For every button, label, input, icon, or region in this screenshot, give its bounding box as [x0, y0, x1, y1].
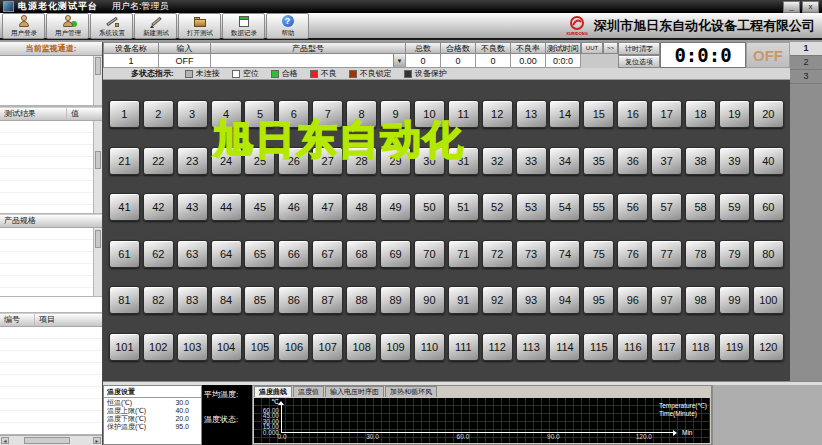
channel-button-59[interactable]: 59 [719, 193, 750, 221]
channel-button-23[interactable]: 23 [177, 147, 208, 175]
channel-button-13[interactable]: 13 [516, 100, 547, 128]
channel-button-58[interactable]: 58 [685, 193, 716, 221]
channel-button-94[interactable]: 94 [549, 286, 580, 314]
channel-button-31[interactable]: 31 [448, 147, 479, 175]
chevron-down-icon[interactable]: ▼ [393, 54, 405, 67]
channel-button-10[interactable]: 10 [414, 100, 445, 128]
channel-button-64[interactable]: 64 [211, 240, 242, 268]
channel-button-91[interactable]: 91 [448, 286, 479, 314]
channel-button-81[interactable]: 81 [109, 286, 140, 314]
horizontal-scrollbar[interactable]: ◄ ► [0, 435, 102, 445]
channel-button-4[interactable]: 4 [211, 100, 242, 128]
channel-button-86[interactable]: 86 [278, 286, 309, 314]
scroll-right-icon[interactable]: ► [93, 437, 101, 444]
channel-button-43[interactable]: 43 [177, 193, 208, 221]
channel-button-74[interactable]: 74 [549, 240, 580, 268]
channel-button-9[interactable]: 9 [380, 100, 411, 128]
device-tab-1[interactable]: 1 [790, 42, 822, 56]
channel-button-102[interactable]: 102 [143, 333, 174, 361]
channel-button-89[interactable]: 89 [380, 286, 411, 314]
channel-button-98[interactable]: 98 [685, 286, 716, 314]
channel-button-54[interactable]: 54 [549, 193, 580, 221]
channel-button-73[interactable]: 73 [516, 240, 547, 268]
channel-button-3[interactable]: 3 [177, 100, 208, 128]
channel-button-72[interactable]: 72 [482, 240, 513, 268]
channel-button-22[interactable]: 22 [143, 147, 174, 175]
scroll-left-icon[interactable]: ◄ [1, 437, 9, 444]
toolbar-button-folder[interactable]: 打开测试 [178, 13, 221, 39]
channel-button-119[interactable]: 119 [719, 333, 750, 361]
channel-button-93[interactable]: 93 [516, 286, 547, 314]
channel-button-108[interactable]: 108 [346, 333, 377, 361]
scrollbar-thumb[interactable] [95, 230, 101, 248]
channel-button-57[interactable]: 57 [651, 193, 682, 221]
channel-button-95[interactable]: 95 [583, 286, 614, 314]
channel-button-96[interactable]: 96 [617, 286, 648, 314]
channel-button-49[interactable]: 49 [380, 193, 411, 221]
scrollbar[interactable] [93, 56, 102, 105]
channel-button-107[interactable]: 107 [312, 333, 343, 361]
channel-button-35[interactable]: 35 [583, 147, 614, 175]
channel-button-39[interactable]: 39 [719, 147, 750, 175]
channel-button-6[interactable]: 6 [278, 100, 309, 128]
device-tab-2[interactable]: 2 [790, 56, 822, 70]
channel-button-71[interactable]: 71 [448, 240, 479, 268]
channel-button-76[interactable]: 76 [617, 240, 648, 268]
chart-tab-3[interactable]: 加热和循环风 [385, 386, 437, 397]
channel-button-61[interactable]: 61 [109, 240, 140, 268]
channel-button-56[interactable]: 56 [617, 193, 648, 221]
channel-button-36[interactable]: 36 [617, 147, 648, 175]
close-button[interactable]: x [802, 1, 819, 13]
toolbar-button-user[interactable]: 用户登录 [2, 13, 45, 39]
channel-button-42[interactable]: 42 [143, 193, 174, 221]
product-model-select[interactable]: ▼ [211, 54, 406, 68]
channel-button-84[interactable]: 84 [211, 286, 242, 314]
reset-option-button[interactable]: 复位选项 [618, 55, 660, 68]
channel-button-82[interactable]: 82 [143, 286, 174, 314]
channel-button-28[interactable]: 28 [346, 147, 377, 175]
channel-button-11[interactable]: 11 [448, 100, 479, 128]
channel-button-32[interactable]: 32 [482, 147, 513, 175]
uut-button[interactable]: UUT [581, 42, 603, 54]
channel-button-45[interactable]: 45 [244, 193, 275, 221]
channel-button-33[interactable]: 33 [516, 147, 547, 175]
toolbar-button-help[interactable]: 帮助 [266, 13, 309, 39]
channel-button-68[interactable]: 68 [346, 240, 377, 268]
scrollbar-thumb[interactable] [24, 437, 70, 444]
channel-button-104[interactable]: 104 [211, 333, 242, 361]
channel-button-85[interactable]: 85 [244, 286, 275, 314]
channel-button-21[interactable]: 21 [109, 147, 140, 175]
channel-button-40[interactable]: 40 [753, 147, 784, 175]
channel-button-8[interactable]: 8 [346, 100, 377, 128]
scrollbar[interactable] [93, 121, 102, 213]
channel-button-5[interactable]: 5 [244, 100, 275, 128]
channel-button-110[interactable]: 110 [414, 333, 445, 361]
channel-button-97[interactable]: 97 [651, 286, 682, 314]
channel-button-25[interactable]: 25 [244, 147, 275, 175]
channel-button-17[interactable]: 17 [651, 100, 682, 128]
channel-button-65[interactable]: 65 [244, 240, 275, 268]
chart-tab-0[interactable]: 温度曲线 [254, 386, 292, 397]
chart-tab-2[interactable]: 输入电压时序图 [325, 386, 384, 397]
toolbar-button-user-add[interactable]: 用户管理 [46, 13, 89, 39]
channel-button-111[interactable]: 111 [448, 333, 479, 361]
scrollbar-thumb[interactable] [95, 151, 101, 169]
channel-button-27[interactable]: 27 [312, 147, 343, 175]
channel-button-79[interactable]: 79 [719, 240, 750, 268]
device-tab-3[interactable]: 3 [790, 70, 822, 84]
toolbar-button-notebook[interactable]: 数据记录 [222, 13, 265, 39]
channel-button-14[interactable]: 14 [549, 100, 580, 128]
timer-clear-button[interactable]: 计时清零 [618, 42, 660, 55]
channel-button-29[interactable]: 29 [380, 147, 411, 175]
channel-button-115[interactable]: 115 [583, 333, 614, 361]
channel-button-16[interactable]: 16 [617, 100, 648, 128]
channel-button-105[interactable]: 105 [244, 333, 275, 361]
channel-button-114[interactable]: 114 [549, 333, 580, 361]
channel-button-34[interactable]: 34 [549, 147, 580, 175]
channel-button-92[interactable]: 92 [482, 286, 513, 314]
channel-button-113[interactable]: 113 [516, 333, 547, 361]
channel-button-2[interactable]: 2 [143, 100, 174, 128]
channel-button-1[interactable]: 1 [109, 100, 140, 128]
channel-button-99[interactable]: 99 [719, 286, 750, 314]
channel-button-50[interactable]: 50 [414, 193, 445, 221]
